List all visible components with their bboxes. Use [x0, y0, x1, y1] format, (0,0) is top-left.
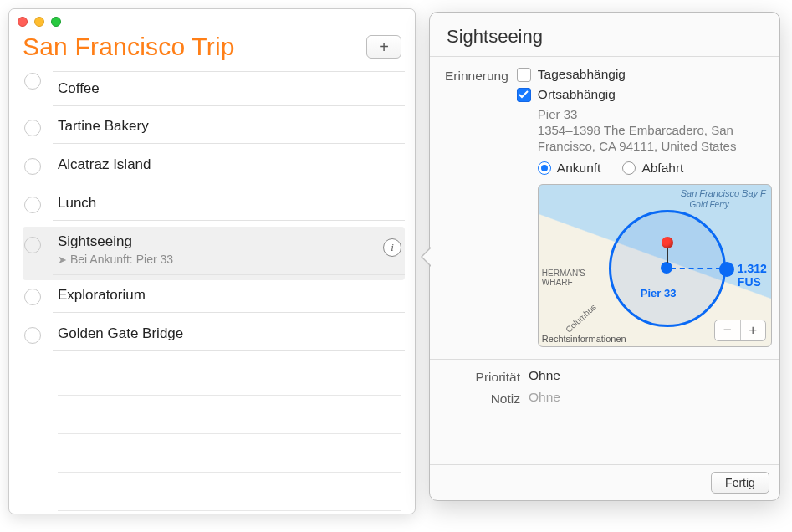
reminder-title[interactable]: Tartine Bakery	[58, 118, 401, 135]
location-based-label: Ortsabhängig	[538, 87, 616, 102]
date-based-label: Tagesabhängig	[538, 67, 626, 82]
geofence-radius-handle[interactable]	[719, 262, 734, 277]
date-based-checkbox[interactable]	[517, 68, 531, 82]
reminder-row[interactable]: Coffee	[23, 64, 405, 111]
completion-toggle[interactable]	[24, 73, 41, 90]
reminder-title[interactable]: Sightseeing	[58, 233, 401, 250]
reminder-subtitle-value: Pier 33	[136, 253, 173, 266]
reminder-title[interactable]: Golden Gate Bridge	[58, 325, 401, 342]
zoom-window-button[interactable]	[51, 17, 61, 27]
reminder-row[interactable]: Exploratorium	[23, 280, 405, 319]
arrival-radio-row[interactable]: Ankunft	[538, 161, 601, 176]
geofence-center-dot	[661, 262, 672, 274]
geofence-radius-label: 1.312 FUS	[738, 262, 771, 289]
add-reminder-button[interactable]: +	[366, 35, 401, 59]
section-separator	[430, 359, 779, 360]
reminder-title[interactable]: Coffee	[58, 80, 401, 97]
empty-row	[58, 396, 401, 434]
map-text: Columbus	[564, 303, 598, 335]
reminder-row[interactable]: Lunch	[23, 188, 405, 227]
reminder-subtitle: ➤ Bei Ankunft: Pier 33	[58, 253, 401, 266]
map-legal-link[interactable]: Rechtsinformationen	[542, 334, 626, 344]
empty-row	[58, 357, 401, 396]
location-based-checkbox[interactable]	[517, 88, 531, 102]
reminder-title[interactable]: Exploratorium	[58, 287, 401, 304]
location-street: 1354–1398 The Embarcadero, San Francisco…	[538, 123, 772, 155]
map-poi-label: Pier 33	[641, 287, 677, 299]
location-map[interactable]: San Francisco Bay F Gold Ferry HERMAN'S …	[538, 184, 772, 347]
completion-toggle[interactable]	[24, 237, 41, 253]
location-based-checkbox-row[interactable]: Ortsabhängig	[517, 87, 772, 102]
arrival-radio[interactable]	[538, 161, 551, 175]
location-icon: ➤	[58, 253, 67, 266]
reminder-list: Coffee Tartine Bakery Alcatraz Island Lu…	[9, 64, 415, 511]
completion-toggle[interactable]	[24, 197, 41, 213]
info-button[interactable]: i	[383, 238, 401, 257]
minimize-window-button[interactable]	[34, 17, 44, 27]
date-based-checkbox-row[interactable]: Tagesabhängig	[517, 67, 772, 82]
location-address: Pier 33 1354–1398 The Embarcadero, San F…	[538, 107, 772, 154]
departure-radio-row[interactable]: Abfahrt	[622, 161, 683, 176]
reminder-title[interactable]: Lunch	[58, 195, 401, 212]
note-field[interactable]: Ohne	[529, 390, 764, 407]
reminder-row[interactable]: Tartine Bakery	[23, 111, 405, 150]
reminder-section-label: Erinnerung	[445, 67, 517, 347]
note-label: Notiz	[445, 390, 529, 407]
done-button[interactable]: Fertig	[711, 472, 769, 494]
geofence-radius-line	[671, 268, 721, 269]
detail-title[interactable]: Sightseeing	[430, 13, 779, 57]
departure-radio[interactable]	[622, 161, 636, 175]
completion-toggle[interactable]	[24, 120, 41, 136]
reminders-window: San Francisco Trip + Coffee Tartine Bake…	[8, 8, 416, 514]
map-pin-icon	[662, 237, 673, 263]
reminder-title[interactable]: Alcatraz Island	[58, 156, 401, 173]
close-window-button[interactable]	[18, 17, 28, 27]
list-title: San Francisco Trip	[23, 33, 235, 61]
empty-row	[58, 434, 401, 473]
priority-value[interactable]: Ohne	[529, 368, 764, 385]
map-zoom-controls: − +	[714, 320, 766, 341]
completion-toggle[interactable]	[24, 289, 41, 305]
arrival-label: Ankunft	[557, 161, 601, 176]
departure-label: Abfahrt	[641, 161, 683, 176]
reminder-row-selected[interactable]: Sightseeing ➤ Bei Ankunft: Pier 33 i	[23, 227, 405, 280]
empty-row	[58, 473, 401, 511]
map-zoom-in-button[interactable]: +	[740, 320, 765, 340]
reminder-row[interactable]: Golden Gate Bridge	[23, 319, 405, 357]
reminder-detail-popover: Sightseeing Erinnerung Tagesabhängig Ort…	[429, 12, 780, 501]
map-text: HERMAN'S WHARF	[542, 269, 585, 287]
reminder-row[interactable]: Alcatraz Island	[23, 150, 405, 188]
map-zoom-out-button[interactable]: −	[715, 320, 740, 340]
map-text: Gold Ferry	[690, 200, 729, 209]
priority-label: Priorität	[445, 368, 529, 385]
completion-toggle[interactable]	[24, 158, 41, 175]
reminder-subtitle-prefix: Bei Ankunft:	[70, 253, 133, 266]
map-text: San Francisco Bay F	[681, 188, 766, 198]
window-controls	[18, 17, 61, 27]
location-name: Pier 33	[538, 107, 772, 123]
completion-toggle[interactable]	[24, 327, 41, 344]
